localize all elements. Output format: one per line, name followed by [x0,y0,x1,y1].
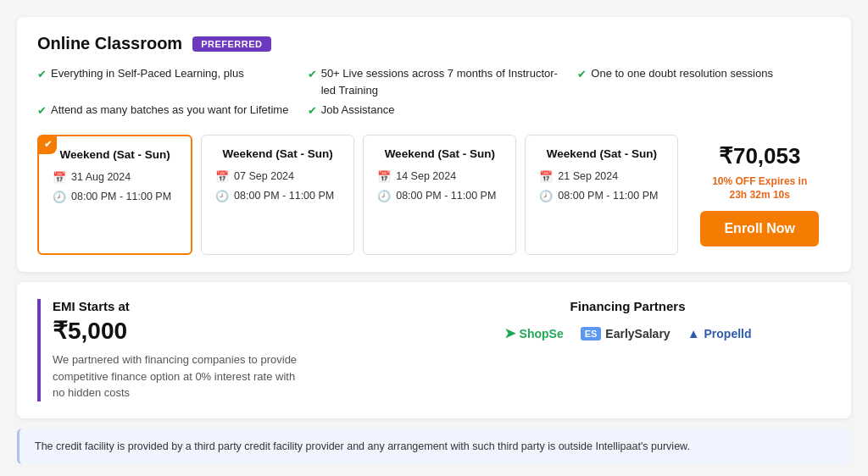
preferred-badge: PREFERRED [192,36,270,52]
batch-day-1: Weekend (Sat - Sun) [53,148,177,161]
page-title: Online Classroom [37,34,182,53]
emi-description: We partnered with financing companies to… [53,351,307,401]
partner-earlysalary: ES EarlySalary [581,327,670,340]
batch-time-2: 🕗 08:00 PM - 11:00 PM [215,190,340,202]
check-icon-1: ✔ [37,66,47,83]
batch-card-1[interactable]: ✔ Weekend (Sat - Sun) 📅 31 Aug 2024 🕗 08… [37,135,192,256]
batch-date-4: 📅 21 Sep 2024 [539,170,664,183]
enroll-now-button[interactable]: Enroll Now [700,211,819,246]
shopse-label: ShopSe [520,327,564,340]
price-panel: ₹70,053 10% OFF Expires in23h 32m 10s En… [688,135,831,256]
emi-section: EMI Starts at ₹5,000 We partnered with f… [17,282,851,418]
batch-cards: ✔ Weekend (Sat - Sun) 📅 31 Aug 2024 🕗 08… [37,135,678,256]
batch-time-3: 🕗 08:00 PM - 11:00 PM [377,190,502,202]
financing-right: Financing Partners ➤ ShopSe ES EarlySala… [425,299,831,341]
feature-item-4: ✔ Attend as many batches as you want for… [37,102,291,119]
emi-amount: ₹5,000 [53,317,391,345]
online-classroom-card: Online Classroom PREFERRED ✔ Everything … [17,17,851,272]
financing-title: Financing Partners [570,299,686,313]
header-row: Online Classroom PREFERRED [37,34,831,53]
calendar-icon-4: 📅 [539,170,553,183]
batch-date-2: 📅 07 Sep 2024 [215,170,340,183]
clock-icon-3: 🕗 [377,190,391,202]
batch-date-1: 📅 31 Aug 2024 [53,171,177,184]
feature-item-3: ✔ One to one doubt resolution sessions [577,65,831,98]
batch-card-2[interactable]: ✔ Weekend (Sat - Sun) 📅 07 Sep 2024 🕗 08… [201,135,354,256]
calendar-icon-3: 📅 [377,170,391,183]
feature-item-1: ✔ Everything in Self-Paced Learning, plu… [37,65,291,98]
calendar-icon-2: 📅 [215,170,229,183]
features-grid: ✔ Everything in Self-Paced Learning, plu… [37,65,831,119]
clock-icon-4: 🕗 [539,190,553,202]
batch-time-1: 🕗 08:00 PM - 11:00 PM [53,191,177,203]
batch-card-4[interactable]: ✔ Weekend (Sat - Sun) 📅 21 Sep 2024 🕗 08… [525,135,678,256]
feature-text-5: Job Assistance [321,102,395,119]
check-icon-4: ✔ [37,102,47,119]
propelld-icon: ▲ [687,326,700,340]
feature-item-2: ✔ 50+ Live sessions across 7 months of I… [308,65,561,98]
batch-price-row: ✔ Weekend (Sat - Sun) 📅 31 Aug 2024 🕗 08… [37,135,831,256]
feature-text-1: Everything in Self-Paced Learning, plus [51,65,244,82]
clock-icon-1: 🕗 [53,191,66,203]
emi-label: EMI Starts at [53,299,391,313]
partner-shopse: ➤ ShopSe [504,325,564,341]
shopse-icon: ➤ [504,325,515,341]
feature-text-4: Attend as many batches as you want for L… [51,102,288,119]
discount-text: 10% OFF Expires in23h 32m 10s [712,174,807,203]
feature-text-2: 50+ Live sessions across 7 months of Ins… [321,65,561,98]
selected-checkmark-1: ✔ [38,136,57,154]
batch-day-2: Weekend (Sat - Sun) [215,147,340,160]
credit-note: The credit facility is provided by a thi… [17,429,851,465]
check-icon-5: ✔ [308,102,317,119]
batch-date-3: 📅 14 Sep 2024 [377,170,502,183]
clock-icon-2: 🕗 [215,190,229,202]
earlysalary-label: EarlySalary [605,327,670,340]
propelld-label: Propelld [704,327,752,340]
price-amount: ₹70,053 [719,143,801,169]
batch-day-3: Weekend (Sat - Sun) [377,147,502,160]
emi-left: EMI Starts at ₹5,000 We partnered with f… [37,299,391,401]
partner-propelld: ▲ Propelld [687,326,752,340]
check-icon-3: ✔ [577,66,587,83]
batch-time-4: 🕗 08:00 PM - 11:00 PM [539,190,664,202]
feature-item-5: ✔ Job Assistance [308,102,561,119]
check-icon-2: ✔ [308,66,317,83]
earlysalary-icon: ES [581,327,602,340]
batch-day-4: Weekend (Sat - Sun) [539,147,664,160]
calendar-icon-1: 📅 [53,171,66,184]
feature-text-3: One to one doubt resolution sessions [591,65,773,82]
partners-row: ➤ ShopSe ES EarlySalary ▲ Propelld [504,325,752,341]
batch-card-3[interactable]: ✔ Weekend (Sat - Sun) 📅 14 Sep 2024 🕗 08… [363,135,516,256]
